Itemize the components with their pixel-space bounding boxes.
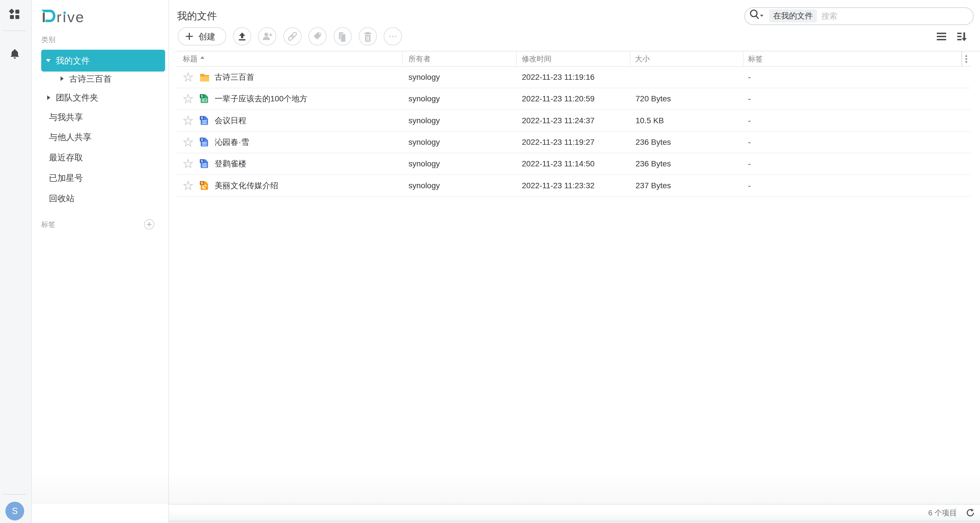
svg-text:S: S xyxy=(200,116,203,120)
svg-text:S: S xyxy=(200,181,203,185)
svg-text:rıve: rıve xyxy=(57,9,85,24)
svg-text:S: S xyxy=(200,94,203,98)
svg-text:S: S xyxy=(200,138,203,142)
svg-text:S: S xyxy=(200,159,203,163)
